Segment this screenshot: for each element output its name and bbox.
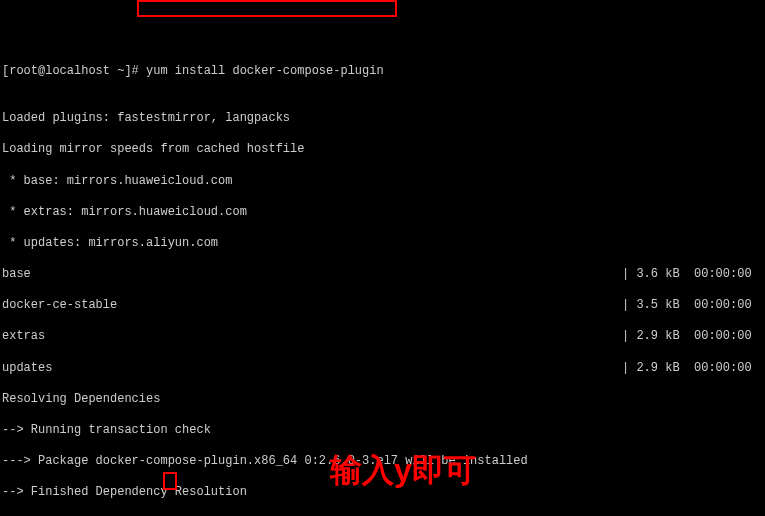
repo-size: | 2.9 kB 00:00:00 [622, 329, 752, 343]
repo-name: updates [2, 361, 622, 377]
terminal-line: --> Running transaction check [2, 423, 763, 439]
terminal-line: Resolving Dependencies [2, 392, 763, 408]
terminal-line: * extras: mirrors.huaweicloud.com [2, 205, 763, 221]
terminal-line: Loaded plugins: fastestmirror, langpacks [2, 111, 763, 127]
command-highlight-box [137, 0, 397, 17]
terminal-line: * updates: mirrors.aliyun.com [2, 236, 763, 252]
shell-command: yum install docker-compose-plugin [146, 64, 384, 78]
input-highlight-box [163, 472, 177, 490]
repo-size: | 2.9 kB 00:00:00 [622, 361, 752, 375]
repo-line: updates| 2.9 kB 00:00:00 [2, 361, 763, 377]
terminal-line: * base: mirrors.huaweicloud.com [2, 174, 763, 190]
terminal-line: [root@localhost ~]# yum install docker-c… [2, 64, 763, 80]
shell-prompt: [root@localhost ~]# [2, 64, 146, 78]
repo-line: base| 3.6 kB 00:00:00 [2, 267, 763, 283]
repo-size: | 3.6 kB 00:00:00 [622, 267, 752, 281]
repo-line: docker-ce-stable| 3.5 kB 00:00:00 [2, 298, 763, 314]
terminal-line: Loading mirror speeds from cached hostfi… [2, 142, 763, 158]
repo-name: extras [2, 329, 622, 345]
repo-size: | 3.5 kB 00:00:00 [622, 298, 752, 312]
repo-name: base [2, 267, 622, 283]
repo-name: docker-ce-stable [2, 298, 622, 314]
annotation-text: 输入y即可 [330, 450, 476, 492]
repo-line: extras| 2.9 kB 00:00:00 [2, 329, 763, 345]
